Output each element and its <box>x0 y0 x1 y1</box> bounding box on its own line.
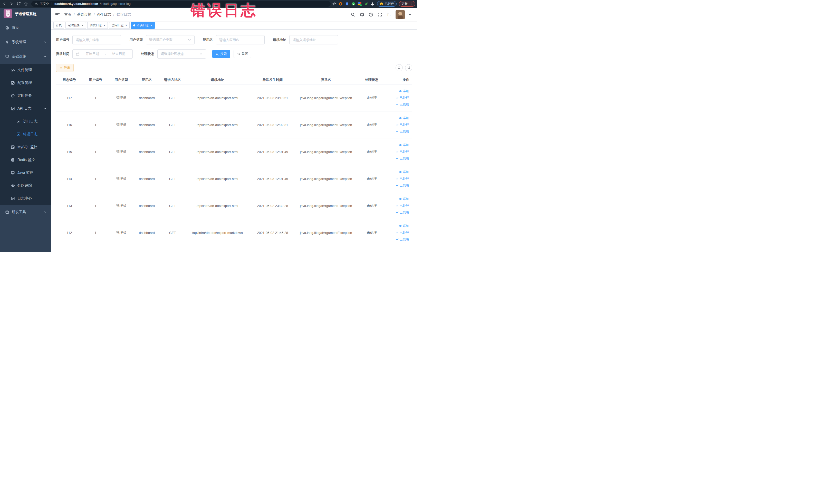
sidebar-item-13[interactable]: 日志中心 <box>0 192 51 205</box>
export-button[interactable]: 导出 <box>56 64 74 72</box>
search-button[interactable]: 搜索 <box>212 50 230 58</box>
eye-icon <box>399 117 402 120</box>
sidebar-item-2[interactable]: 基础设施 <box>0 49 51 64</box>
reset-button[interactable]: 重置 <box>233 50 251 58</box>
request-url-field[interactable] <box>289 35 338 44</box>
tab-2[interactable]: 调度日志× <box>87 22 108 29</box>
tab-close-icon[interactable]: × <box>150 24 152 27</box>
dashboard-icon <box>5 26 9 30</box>
paused-badge[interactable]: 已暂停 <box>377 1 396 7</box>
action-detail-link[interactable]: 详细 <box>399 143 409 147</box>
caret-down-icon[interactable] <box>408 12 412 17</box>
refresh-table-button[interactable] <box>405 64 412 72</box>
back-icon[interactable] <box>2 2 7 6</box>
action-detail-link[interactable]: 详细 <box>399 197 409 201</box>
action-processed-link[interactable]: 已处理 <box>396 96 409 100</box>
sidebar-item-12[interactable]: 链路追踪 <box>0 179 51 192</box>
chevron-down-icon <box>44 210 47 214</box>
action-processed-link[interactable]: 已处理 <box>396 123 409 127</box>
bookmark-star-icon[interactable] <box>332 2 336 6</box>
forward-icon[interactable] <box>9 2 14 6</box>
tab-1[interactable]: 定时任务× <box>65 22 86 29</box>
help-icon[interactable] <box>369 12 373 17</box>
sidebar-item-1[interactable]: 系统管理 <box>0 35 51 49</box>
sidebar-item-7[interactable]: 访问日志 <box>0 115 51 128</box>
tab-close-icon[interactable]: × <box>103 24 105 27</box>
user-id-field[interactable] <box>73 35 121 44</box>
action-ignored-link[interactable]: 已忽略 <box>396 129 409 134</box>
sidebar-item-5[interactable]: 定时任务 <box>0 89 51 102</box>
chart-icon <box>11 145 15 149</box>
cell-user-id: 1 <box>83 219 108 246</box>
breadcrumb-item-2[interactable]: API 日志 <box>97 12 111 17</box>
breadcrumb-item-1[interactable]: 基础设施 <box>77 12 91 17</box>
user-id-input[interactable] <box>76 38 118 42</box>
error-log-table: 日志编号用户编号用户类型应用名请求方法名请求地址异常发生时间异常名处理状态操作 … <box>56 75 412 246</box>
tab-4[interactable]: 错误日志× <box>131 22 155 29</box>
github-icon[interactable] <box>360 12 364 17</box>
extension-leaf-icon[interactable] <box>364 2 368 6</box>
sidebar-item-3[interactable]: 文件管理 <box>0 64 51 77</box>
cell-log-id: 117 <box>56 84 83 112</box>
action-ignored-link[interactable]: 已忽略 <box>396 183 409 188</box>
table-row[interactable]: 1161管理员dashboardGET/api/infra/db-doc/exp… <box>56 112 412 138</box>
sidebar-item-0[interactable]: 首页 <box>0 21 51 35</box>
hamburger-icon[interactable] <box>55 12 60 17</box>
extension-orange-icon[interactable] <box>339 2 343 6</box>
fullscreen-icon[interactable] <box>378 12 382 17</box>
sidebar-item-9[interactable]: MySQL 监控 <box>0 141 51 154</box>
extension-puzzle-icon[interactable] <box>371 2 375 6</box>
table-row[interactable]: 1131管理员dashboardGET/api/infra/db-doc/exp… <box>56 192 412 219</box>
user-type-select[interactable]: 请选择用户类型 <box>146 35 195 44</box>
action-detail-link[interactable]: 详细 <box>399 116 409 120</box>
sidebar-item-14[interactable]: 研发工具 <box>0 205 51 219</box>
sidebar-item-6[interactable]: API 日志 <box>0 102 51 115</box>
breadcrumb-item-0[interactable]: 首页 <box>64 12 72 17</box>
update-button[interactable]: 更新 <box>399 1 415 7</box>
app-name-field[interactable] <box>216 35 265 44</box>
action-processed-link[interactable]: 已处理 <box>396 230 409 235</box>
sidebar-item-4[interactable]: 配置管理 <box>0 77 51 89</box>
action-processed-link[interactable]: 已处理 <box>396 177 409 181</box>
table-row[interactable]: 1151管理员dashboardGET/api/infra/db-doc/exp… <box>56 138 412 165</box>
sidebar-item-10[interactable]: Redis 监控 <box>0 154 51 166</box>
table-row[interactable]: 1141管理员dashboardGET/api/infra/db-doc/exp… <box>56 165 412 192</box>
cell-request-url: /api/infra/db-doc/export-html <box>185 138 249 165</box>
exception-time-range[interactable]: 开始日期 - 结束日期 <box>73 49 133 59</box>
process-status-select[interactable]: 请选择处理状态 <box>157 49 206 59</box>
svg-text:T: T <box>387 13 389 17</box>
cell-user-id: 1 <box>83 138 108 165</box>
action-ignored-link[interactable]: 已忽略 <box>396 102 409 107</box>
action-detail-link[interactable]: 详细 <box>399 89 409 94</box>
menu-dots-icon[interactable] <box>410 2 413 5</box>
table-row[interactable]: 1171管理员dashboardGET/api/infra/db-doc/exp… <box>56 84 412 112</box>
tab-3[interactable]: 访问日志× <box>109 22 130 29</box>
tab-close-icon[interactable]: × <box>125 24 127 27</box>
extension-grid-icon[interactable]: on <box>358 2 362 6</box>
action-detail-link[interactable]: 详细 <box>399 224 409 228</box>
reload-icon[interactable] <box>16 2 21 6</box>
action-processed-link[interactable]: 已处理 <box>396 150 409 154</box>
user-type-label: 用户类型 <box>129 38 143 42</box>
screen-icon <box>5 55 9 59</box>
action-ignored-link[interactable]: 已忽略 <box>396 156 409 161</box>
action-detail-link[interactable]: 详细 <box>399 170 409 174</box>
tab-0[interactable]: 首页 <box>54 22 64 29</box>
action-ignored-link[interactable]: 已忽略 <box>396 237 409 242</box>
request-url-input[interactable] <box>292 38 335 42</box>
extension-green-icon[interactable] <box>351 2 355 6</box>
sidebar-item-8[interactable]: 错误日志 <box>0 128 51 141</box>
sidebar-item-11[interactable]: Java 监控 <box>0 166 51 179</box>
table-row[interactable]: 1121管理员dashboardGET/api/infra/db-doc/exp… <box>56 219 412 246</box>
extension-shield-icon[interactable] <box>345 2 349 6</box>
action-processed-link[interactable]: 已处理 <box>396 204 409 208</box>
tab-close-icon[interactable]: × <box>81 24 84 27</box>
font-size-icon[interactable]: TT <box>387 12 391 17</box>
home-icon[interactable] <box>24 2 28 6</box>
url-bar[interactable]: 不安全 dashboard.yudao.iocoder.cn/infra/log… <box>31 1 331 7</box>
search-icon[interactable] <box>351 12 355 17</box>
app-name-input[interactable] <box>219 38 261 42</box>
toggle-search-button[interactable] <box>395 64 403 72</box>
action-ignored-link[interactable]: 已忽略 <box>396 210 409 215</box>
user-avatar[interactable] <box>395 10 405 19</box>
